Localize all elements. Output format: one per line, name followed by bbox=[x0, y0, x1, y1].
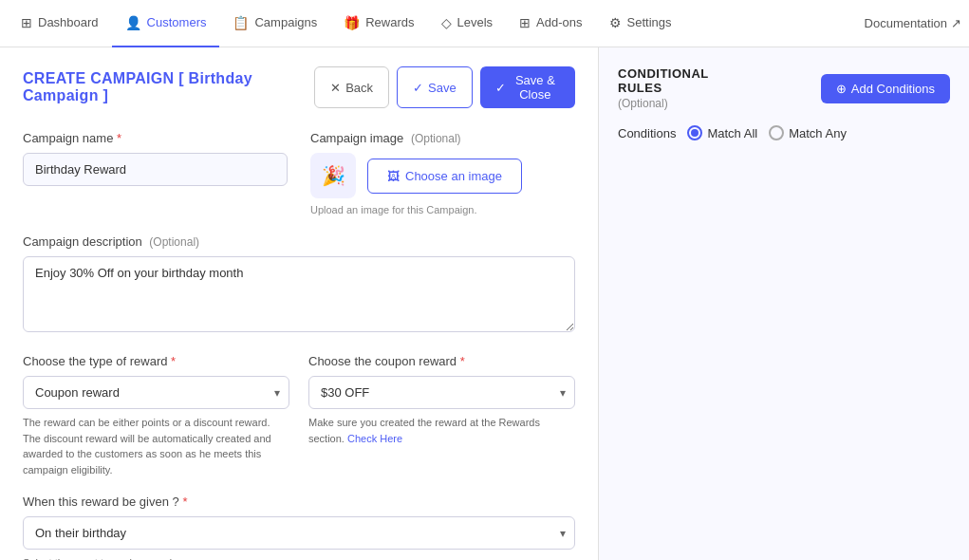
nav-label-customers: Customers bbox=[147, 15, 207, 29]
nav-label-settings: Settings bbox=[627, 15, 672, 29]
match-all-radio[interactable] bbox=[687, 125, 702, 140]
when-reward-required-star: * bbox=[182, 495, 187, 509]
external-link-icon: ↗ bbox=[951, 16, 961, 30]
reward-row: Choose the type of reward * Coupon rewar… bbox=[23, 354, 575, 477]
save-close-label: Save & Close bbox=[511, 73, 560, 102]
name-image-row: Campaign name * Campaign image (Optional… bbox=[23, 131, 575, 215]
match-any-option[interactable]: Match Any bbox=[769, 125, 847, 140]
coupon-helper-text: Make sure you created the reward at the … bbox=[308, 415, 575, 446]
upload-hint: Upload an image for this Campaign. bbox=[310, 204, 575, 215]
reward-helper-text: The reward can be either points or a dis… bbox=[23, 415, 289, 477]
campaign-image-col: Campaign image (Optional) 🎉 🖼 Choose an … bbox=[310, 131, 575, 215]
coupon-reward-select[interactable]: $30 OFF $20 OFF $10 OFF bbox=[308, 376, 575, 409]
reward-type-required-star: * bbox=[171, 354, 176, 368]
docs-label: Documentation bbox=[865, 16, 947, 30]
choose-image-button[interactable]: 🖼 Choose an image bbox=[367, 159, 522, 194]
desc-optional-label: (Optional) bbox=[149, 235, 199, 249]
match-all-label: Match All bbox=[707, 126, 757, 140]
add-conditions-label: Add Conditions bbox=[851, 82, 935, 96]
levels-icon: ◇ bbox=[441, 15, 452, 30]
campaigns-icon: 📋 bbox=[233, 15, 249, 30]
save-check-icon: ✓ bbox=[413, 81, 423, 95]
conditions-label: Conditions bbox=[618, 126, 676, 140]
header-actions: ✕ Back ✓ Save ✓ Save & Close bbox=[314, 66, 575, 108]
nav-label-rewards: Rewards bbox=[365, 15, 414, 29]
coupon-reward-col: Choose the coupon reward * $30 OFF $20 O… bbox=[308, 354, 575, 446]
nav-label-addons: Add-ons bbox=[536, 15, 582, 29]
nav-bar: ⊞ Dashboard 👤 Customers 📋 Campaigns 🎁 Re… bbox=[0, 0, 969, 47]
dashboard-icon: ⊞ bbox=[21, 15, 32, 30]
nav-label-levels: Levels bbox=[457, 15, 494, 29]
when-reward-select-wrapper: On their birthday On signup On purchase … bbox=[23, 516, 575, 550]
match-all-option[interactable]: Match All bbox=[687, 125, 757, 140]
campaign-name-input[interactable] bbox=[23, 153, 288, 186]
nav-item-customers[interactable]: 👤 Customers bbox=[112, 0, 220, 47]
customers-icon: 👤 bbox=[125, 15, 141, 30]
name-required-star: * bbox=[117, 131, 121, 145]
coupon-reward-required-star: * bbox=[460, 354, 465, 368]
when-reward-label: When this reward be given ? * bbox=[23, 495, 575, 509]
reward-type-col: Choose the type of reward * Coupon rewar… bbox=[23, 354, 289, 477]
when-reward-hint: Select the event to apply reward. bbox=[23, 555, 575, 560]
save-close-button[interactable]: ✓ Save & Close bbox=[480, 66, 575, 108]
check-here-link[interactable]: Check Here bbox=[347, 433, 402, 444]
save-button[interactable]: ✓ Save bbox=[397, 66, 473, 108]
image-optional-label: (Optional) bbox=[411, 132, 461, 145]
coupon-reward-select-wrapper: $30 OFF $20 OFF $10 OFF ▾ bbox=[308, 376, 575, 409]
nav-label-dashboard: Dashboard bbox=[38, 15, 99, 29]
when-reward-section: When this reward be given ? * On their b… bbox=[23, 495, 575, 560]
campaign-name-col: Campaign name * bbox=[23, 131, 288, 215]
conditional-rules-title: CONDITIONAL RULES bbox=[618, 66, 709, 95]
page-header: CREATE CAMPAIGN [ Birthday Campaign ] ✕ … bbox=[23, 66, 575, 108]
nav-item-campaigns[interactable]: 📋 Campaigns bbox=[219, 0, 330, 47]
reward-type-select[interactable]: Coupon reward Points reward bbox=[23, 376, 289, 409]
campaign-image-label: Campaign image (Optional) bbox=[310, 131, 575, 145]
image-upload-area: 🎉 🖼 Choose an image bbox=[310, 153, 575, 198]
image-placeholder-icon: 🎉 bbox=[310, 153, 356, 198]
conditional-optional-label: (Optional) bbox=[618, 97, 709, 110]
coupon-reward-label: Choose the coupon reward * bbox=[308, 354, 575, 368]
create-campaign-label: CREATE CAMPAIGN bbox=[23, 70, 174, 86]
match-any-radio[interactable] bbox=[769, 125, 784, 140]
description-label: Campaign description (Optional) bbox=[23, 234, 575, 249]
when-reward-select[interactable]: On their birthday On signup On purchase bbox=[23, 516, 575, 550]
description-section: Campaign description (Optional) Enjoy 30… bbox=[23, 234, 575, 335]
match-any-label: Match Any bbox=[789, 126, 847, 140]
choose-image-label: Choose an image bbox=[405, 169, 502, 183]
page-title: CREATE CAMPAIGN [ Birthday Campaign ] bbox=[23, 70, 314, 104]
nav-label-campaigns: Campaigns bbox=[254, 15, 317, 29]
image-select-icon: 🖼 bbox=[387, 169, 400, 183]
nav-item-dashboard[interactable]: ⊞ Dashboard bbox=[8, 0, 112, 47]
add-conditions-button[interactable]: ⊕ Add Conditions bbox=[821, 74, 950, 103]
nav-item-addons[interactable]: ⊞ Add-ons bbox=[506, 0, 595, 47]
back-icon: ✕ bbox=[330, 81, 341, 95]
back-label: Back bbox=[345, 81, 373, 95]
right-panel: CONDITIONAL RULES (Optional) ⊕ Add Condi… bbox=[599, 47, 969, 560]
nav-item-levels[interactable]: ◇ Levels bbox=[428, 0, 507, 47]
conditional-title-block: CONDITIONAL RULES (Optional) bbox=[618, 66, 709, 110]
conditions-row: Conditions Match All Match Any bbox=[618, 125, 950, 140]
settings-icon: ⚙ bbox=[609, 15, 622, 30]
nav-item-rewards[interactable]: 🎁 Rewards bbox=[330, 0, 427, 47]
plus-icon: ⊕ bbox=[836, 82, 847, 96]
left-panel: CREATE CAMPAIGN [ Birthday Campaign ] ✕ … bbox=[0, 47, 599, 560]
addons-icon: ⊞ bbox=[519, 15, 531, 30]
campaign-description-textarea[interactable]: Enjoy 30% Off on your birthday month bbox=[23, 256, 575, 332]
page-body: CREATE CAMPAIGN [ Birthday Campaign ] ✕ … bbox=[0, 47, 969, 560]
campaign-name-label: Campaign name * bbox=[23, 131, 288, 145]
nav-docs-link[interactable]: Documentation ↗ bbox=[865, 16, 961, 30]
nav-item-settings[interactable]: ⚙ Settings bbox=[596, 0, 685, 47]
save-label: Save bbox=[428, 81, 457, 95]
rewards-icon: 🎁 bbox=[344, 15, 360, 30]
save-close-icon: ✓ bbox=[495, 81, 506, 95]
reward-type-label: Choose the type of reward * bbox=[23, 354, 289, 368]
match-radio-group: Match All Match Any bbox=[687, 125, 846, 140]
conditional-header: CONDITIONAL RULES (Optional) ⊕ Add Condi… bbox=[618, 66, 950, 110]
back-button[interactable]: ✕ Back bbox=[314, 66, 389, 108]
reward-type-select-wrapper: Coupon reward Points reward ▾ bbox=[23, 376, 289, 409]
